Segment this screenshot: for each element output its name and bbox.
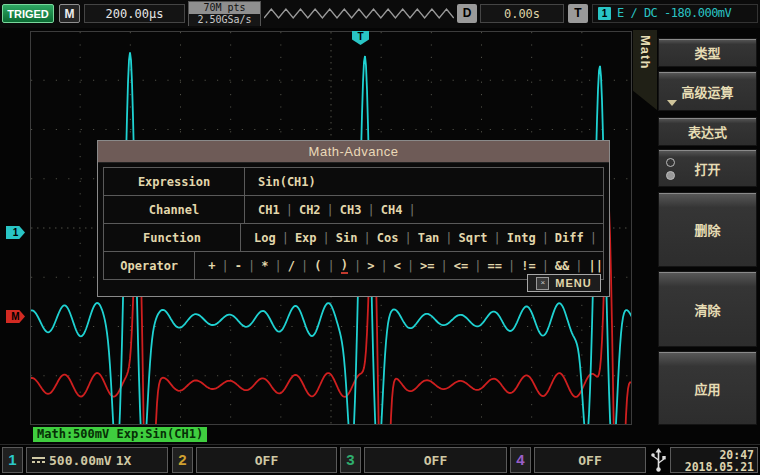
dialog-option[interactable]: && xyxy=(555,259,569,273)
sidebar-button-2[interactable]: 表达式 xyxy=(658,117,757,146)
sidebar-button-5[interactable]: 清除 xyxy=(658,271,757,347)
channel-3-badge[interactable]: 3 xyxy=(340,447,361,473)
dialog-option[interactable]: + xyxy=(208,259,215,273)
channel-2-badge[interactable]: 2 xyxy=(172,447,193,473)
channel1-level-marker[interactable]: 1 xyxy=(6,226,25,239)
dialog-option[interactable]: CH2 xyxy=(299,203,321,217)
dialog-row-value: Log|Exp|Sin|Cos|Tan|Sqrt|Intg|Diff| xyxy=(241,224,603,251)
dialog-option[interactable]: <= xyxy=(454,259,468,273)
dialog-title: Math-Advance xyxy=(98,141,609,163)
channel-volts: 500.00mV xyxy=(49,453,112,468)
dialog-option[interactable]: * xyxy=(261,259,268,273)
dialog-option[interactable]: || xyxy=(589,259,603,273)
dialog-option[interactable]: / xyxy=(288,259,295,273)
channel-2-status[interactable]: OFF xyxy=(196,447,337,473)
option-separator: | xyxy=(575,259,582,273)
channel-3-status[interactable]: OFF xyxy=(364,447,507,473)
option-separator: | xyxy=(301,259,308,273)
acquisition-info: 70M pts 2.50GSa/s xyxy=(188,1,261,26)
math-level-marker[interactable]: M xyxy=(6,310,25,323)
menu-button-label: MENU xyxy=(555,277,591,289)
sidebar-button-label: 类型 xyxy=(694,43,720,62)
trigger-settings-readout: E ∕ DC -180.000mV xyxy=(617,4,731,23)
close-box-icon: × xyxy=(536,277,549,290)
option-separator: | xyxy=(407,259,414,273)
dialog-option[interactable]: Diff xyxy=(555,231,584,245)
channel-4-badge[interactable]: 4 xyxy=(510,447,531,473)
trigger-info: 1 E ∕ DC -180.000mV xyxy=(592,4,758,23)
dialog-option[interactable]: - xyxy=(235,259,242,273)
usb-icon xyxy=(650,448,667,473)
dialog-option[interactable]: Log xyxy=(254,231,276,245)
trigger-button[interactable]: T xyxy=(568,4,588,23)
math-tab-label: Math xyxy=(638,35,653,69)
channel-state: OFF xyxy=(255,453,278,468)
option-separator: | xyxy=(590,231,597,245)
option-separator: | xyxy=(248,259,255,273)
dialog-option[interactable]: CH1 xyxy=(258,203,280,217)
dialog-option[interactable]: Cos xyxy=(377,231,399,245)
sidebar-button-4[interactable]: 删除 xyxy=(658,192,757,267)
top-status-bar: TRIGED M 200.00μs 70M pts 2.50GSa/s D 0.… xyxy=(0,0,760,28)
timebase-value: 200.00μs xyxy=(84,4,185,23)
channel-state: OFF xyxy=(578,453,601,468)
expression-value: Sin(CH1) xyxy=(258,175,316,189)
channel-4-status[interactable]: OFF xyxy=(534,447,646,473)
option-separator: | xyxy=(380,259,387,273)
dialog-option[interactable]: Sin xyxy=(336,231,358,245)
option-separator: | xyxy=(493,231,500,245)
dialog-row-label: Channel xyxy=(104,196,245,223)
dialog-option[interactable]: Exp xyxy=(295,231,317,245)
sidebar-button-3[interactable]: 打开 xyxy=(658,149,757,187)
channel-state: OFF xyxy=(424,453,447,468)
channel-status-bar: 20:47 2018.05.21 1500.00mV1X2OFF3OFF4OFF xyxy=(0,444,760,475)
option-separator: | xyxy=(364,231,371,245)
dialog-option[interactable]: Tan xyxy=(418,231,440,245)
dialog-row-label: Operator xyxy=(104,252,195,279)
dialog-option[interactable]: < xyxy=(394,259,401,273)
channel-1-badge[interactable]: 1 xyxy=(2,447,23,473)
dialog-row-value: CH1|CH2|CH3|CH4| xyxy=(245,196,603,223)
oscilloscope-screen: TRIGED M 200.00μs 70M pts 2.50GSa/s D 0.… xyxy=(0,0,760,475)
math-channel-readout: Math:500mV Exp:Sin(CH1) xyxy=(33,427,207,442)
option-separator: | xyxy=(441,259,448,273)
option-separator: | xyxy=(404,231,411,245)
math-menu-tab[interactable]: Math xyxy=(633,30,657,110)
dialog-option[interactable]: > xyxy=(367,259,374,273)
delay-button[interactable]: D xyxy=(457,4,477,23)
sample-rate: 2.50GSa/s xyxy=(189,14,260,26)
dialog-row-value: Sin(CH1) xyxy=(245,168,603,195)
dialog-option[interactable]: != xyxy=(521,259,535,273)
dialog-option[interactable]: == xyxy=(487,259,501,273)
dialog-row: FunctionLog|Exp|Sin|Cos|Tan|Sqrt|Intg|Di… xyxy=(104,224,603,252)
dialog-option[interactable]: >= xyxy=(420,259,434,273)
dialog-option[interactable]: ( xyxy=(314,259,321,273)
dialog-row-label: Function xyxy=(104,224,241,251)
option-separator: | xyxy=(508,259,515,273)
dialog-row: ChannelCH1|CH2|CH3|CH4| xyxy=(104,196,603,224)
sidebar-button-label: 应用 xyxy=(694,379,720,398)
option-separator: | xyxy=(368,203,375,217)
dialog-option[interactable]: CH4 xyxy=(381,203,403,217)
option-separator: | xyxy=(408,203,415,217)
sidebar-button-6[interactable]: 应用 xyxy=(658,351,757,425)
option-separator: | xyxy=(286,203,293,217)
menu-button[interactable]: × MENU xyxy=(527,274,601,292)
channel-1-status[interactable]: 500.00mV1X xyxy=(26,447,168,473)
sidebar-button-label: 表达式 xyxy=(688,122,727,141)
sidebar-button-1[interactable]: 高级运算 xyxy=(658,71,757,111)
dialog-row-label: Expression xyxy=(104,168,245,195)
option-separator: | xyxy=(323,231,330,245)
dialog-option[interactable]: CH3 xyxy=(340,203,362,217)
dialog-option[interactable]: Sqrt xyxy=(459,231,488,245)
dc-coupling-icon xyxy=(32,457,45,463)
dialog-option[interactable]: ) xyxy=(341,258,348,274)
option-separator: | xyxy=(275,259,282,273)
sidebar-button-0[interactable]: 类型 xyxy=(658,38,757,67)
channel-probe: 1X xyxy=(116,453,132,468)
option-separator: | xyxy=(474,259,481,273)
option-separator: | xyxy=(542,259,549,273)
timebase-mode-button[interactable]: M xyxy=(59,4,80,23)
sidebar-button-label: 打开 xyxy=(694,159,720,178)
dialog-option[interactable]: Intg xyxy=(507,231,536,245)
